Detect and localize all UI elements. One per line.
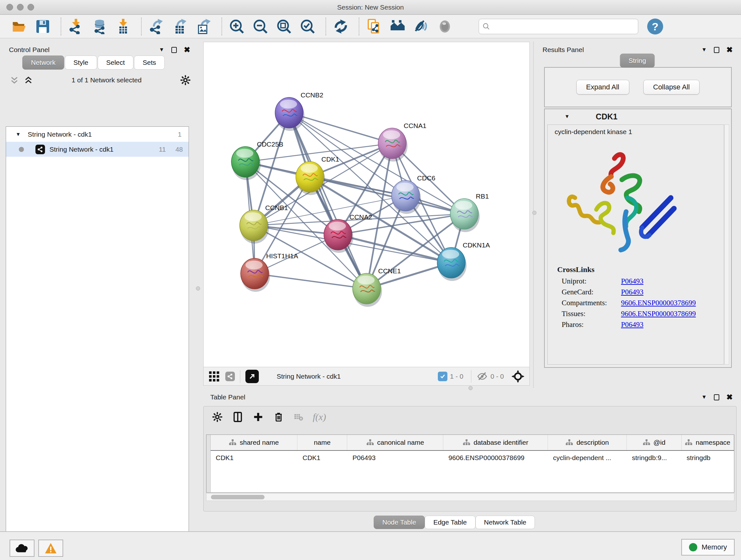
home-neighbors-icon[interactable]: [390, 19, 405, 34]
collapse-all-button[interactable]: Collapse All: [643, 80, 700, 95]
apply-preferred-layout-icon[interactable]: [333, 19, 348, 34]
column-header[interactable]: canonical name: [347, 435, 443, 450]
import-network-from-file-icon[interactable]: [68, 19, 84, 34]
tab-network[interactable]: Network: [22, 56, 64, 70]
column-header[interactable]: shared name: [211, 435, 297, 450]
import-table-from-file-icon[interactable]: [116, 19, 131, 34]
network-node-cdk1[interactable]: [296, 162, 325, 195]
cloud-status-button[interactable]: [10, 540, 35, 557]
tab-network-table[interactable]: Network Table: [475, 516, 535, 529]
network-node-hist1h1a[interactable]: [241, 258, 270, 292]
network-node-ccna2[interactable]: [324, 219, 353, 253]
network-node-cdc25b[interactable]: [231, 146, 261, 180]
network-edge[interactable]: [255, 273, 367, 289]
tab-sets[interactable]: Sets: [134, 56, 165, 70]
table-cell[interactable]: stringdb:9...: [627, 451, 681, 465]
fit-selected-crosshair-icon[interactable]: [511, 369, 525, 383]
column-header[interactable]: name: [297, 435, 347, 450]
table-options-gear-icon[interactable]: [212, 412, 223, 422]
scrollbar-thumb[interactable]: [211, 495, 265, 499]
zoom-out-icon[interactable]: [253, 19, 268, 34]
close-panel-icon[interactable]: ✖: [726, 46, 733, 54]
collapse-all-icon[interactable]: [10, 75, 19, 85]
maximize-panel-icon[interactable]: [714, 47, 719, 53]
detach-view-button[interactable]: [246, 370, 259, 383]
network-edge[interactable]: [289, 113, 367, 289]
network-options-gear-icon[interactable]: [180, 75, 191, 85]
search-input[interactable]: [490, 23, 628, 30]
export-image-icon[interactable]: [196, 19, 211, 34]
table-cell[interactable]: 9606.ENSP00000378699: [443, 451, 548, 465]
crosslink-link[interactable]: 9606.ENSP00000378699: [621, 310, 696, 318]
maximize-panel-icon[interactable]: [714, 394, 719, 400]
expand-all-button[interactable]: Expand All: [576, 80, 629, 95]
memory-button[interactable]: Memory: [681, 539, 735, 556]
string-view-icon[interactable]: [225, 372, 235, 381]
column-header[interactable]: description: [548, 435, 627, 450]
tab-select[interactable]: Select: [98, 56, 133, 70]
import-public-databases-icon[interactable]: [366, 19, 382, 34]
zoom-window-button[interactable]: [27, 4, 34, 10]
delete-column-trash-icon[interactable]: [273, 412, 284, 422]
network-edge[interactable]: [289, 113, 392, 143]
table-cell[interactable]: CDK1: [211, 451, 297, 465]
network-node-ccnb2[interactable]: [275, 98, 305, 131]
column-header[interactable]: @id: [627, 435, 681, 450]
network-node-ccna1[interactable]: [378, 128, 408, 162]
table-row[interactable]: CDK1CDK1P064939606.ENSP00000378699cyclin…: [211, 451, 734, 465]
network-node-rb1[interactable]: [450, 199, 480, 232]
close-window-button[interactable]: [6, 4, 13, 10]
network-canvas[interactable]: CCNB2CCNA1CDC25BCDK1CDC6RB1CCNB1CCNA2CDK…: [203, 42, 530, 367]
tab-node-table[interactable]: Node Table: [374, 516, 425, 529]
selected-indicator-checkbox[interactable]: [438, 372, 448, 381]
zoom-selected-region-icon[interactable]: [300, 19, 315, 34]
network-node-ccne1[interactable]: [353, 273, 382, 307]
column-header[interactable]: namespace: [682, 435, 734, 450]
node-table[interactable]: shared namenamecanonical namedatabase id…: [206, 435, 734, 493]
table-cell[interactable]: P06493: [347, 451, 443, 465]
network-node-cdkn1a[interactable]: [437, 247, 467, 281]
table-horizontal-scrollbar[interactable]: [206, 493, 734, 501]
table-cell[interactable]: stringdb: [682, 451, 734, 465]
search-box[interactable]: [479, 19, 638, 34]
gene-expander-icon[interactable]: ▼: [564, 114, 569, 119]
hide-graphics-details-icon[interactable]: [414, 19, 429, 34]
table-cell[interactable]: CDK1: [297, 451, 347, 465]
tab-style[interactable]: Style: [65, 56, 97, 70]
crosslink-link[interactable]: P06493: [621, 288, 643, 296]
import-network-from-database-icon[interactable]: [92, 19, 107, 34]
window-controls[interactable]: [6, 4, 34, 10]
network-collection-row[interactable]: ▼ String Network - cdk1 1: [6, 127, 189, 142]
horizontal-splitter-handle[interactable]: [468, 386, 473, 390]
tab-string[interactable]: String: [620, 54, 655, 68]
zoom-in-icon[interactable]: [229, 19, 245, 34]
expand-all-icon[interactable]: [23, 75, 33, 85]
close-panel-icon[interactable]: ✖: [726, 393, 733, 401]
birds-eye-grid-icon[interactable]: [208, 370, 220, 382]
warnings-button[interactable]: [38, 540, 63, 557]
export-network-icon[interactable]: [149, 19, 164, 34]
open-session-icon[interactable]: [11, 19, 27, 34]
close-panel-icon[interactable]: ✖: [184, 46, 190, 54]
minimize-window-button[interactable]: [17, 4, 23, 10]
add-column-icon[interactable]: [253, 412, 264, 422]
crosslink-link[interactable]: 9606.ENSP00000378699: [621, 299, 696, 307]
float-panel-icon[interactable]: ▼: [159, 47, 164, 53]
tab-edge-table[interactable]: Edge Table: [425, 516, 475, 529]
network-row[interactable]: String Network - cdk1 11 48: [6, 142, 189, 157]
preview-detail-icon[interactable]: [437, 19, 453, 34]
results-scrollbar[interactable]: [724, 125, 729, 365]
zoom-fit-content-icon[interactable]: [276, 19, 292, 34]
save-session-icon[interactable]: [35, 19, 51, 34]
column-header[interactable]: database identifier: [443, 435, 548, 450]
collection-expander-icon[interactable]: ▼: [16, 132, 21, 137]
crosslink-link[interactable]: P06493: [621, 277, 643, 286]
maximize-panel-icon[interactable]: [172, 47, 177, 53]
show-columns-icon[interactable]: [232, 412, 243, 422]
right-splitter-handle[interactable]: [532, 211, 536, 215]
help-button[interactable]: ?: [647, 18, 663, 35]
float-panel-icon[interactable]: ▼: [701, 47, 707, 53]
export-table-icon[interactable]: [172, 19, 188, 34]
crosslink-link[interactable]: P06493: [621, 320, 643, 329]
float-panel-icon[interactable]: ▼: [701, 394, 707, 400]
